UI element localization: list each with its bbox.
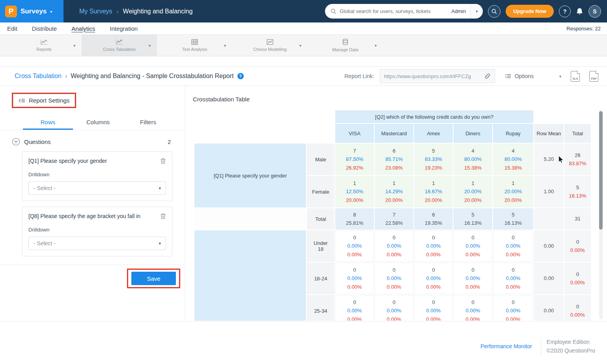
- drilldown-label: Drilldown: [28, 172, 166, 177]
- tab-columns[interactable]: Columns: [73, 115, 123, 130]
- tool-reports[interactable]: Reports ▾: [6, 35, 82, 56]
- export-xls-icon[interactable]: XLS: [571, 71, 580, 82]
- column-header-row-mean: Row Mean: [534, 124, 564, 143]
- column-group-header: [Q2] which of the following credit cards…: [335, 110, 533, 123]
- options-dropdown[interactable]: Options ▾: [505, 73, 561, 79]
- report-link-box: [380, 69, 495, 83]
- tool-manage-data[interactable]: Manage Data ▾: [308, 35, 383, 56]
- chevron-down-icon: ▾: [559, 74, 561, 78]
- reports-chart-icon: [40, 39, 48, 45]
- data-cell: 583.33%19.23%: [414, 144, 453, 175]
- data-cell: 00.00%0.00%: [335, 263, 374, 294]
- table-scrollbar-thumb[interactable]: [599, 111, 603, 230]
- row-label: Total: [307, 208, 334, 230]
- data-cell: 00.00%0.00%: [454, 295, 492, 321]
- row-total-cell: 00.00%: [564, 263, 591, 294]
- add-question-icon[interactable]: [12, 138, 20, 146]
- report-settings-button[interactable]: Report Settings: [13, 94, 75, 107]
- topbar-actions: Admin ▾ Upgrade Now ? S: [325, 4, 607, 19]
- table-scrollbar-track[interactable]: [599, 110, 603, 319]
- chevron-down-icon[interactable]: ▾: [149, 43, 151, 48]
- total-data-cell: 825.81%: [335, 208, 374, 230]
- breadcrumb-separator-icon: ›: [117, 8, 119, 15]
- delete-question-icon[interactable]: [160, 213, 166, 219]
- module-nav: Edit Distribute Analytics Integration Re…: [0, 22, 607, 35]
- data-cell: 480.00%15.38%: [493, 144, 533, 175]
- breadcrumb-my-surveys[interactable]: My Surveys: [79, 8, 112, 15]
- chevron-down-icon: ▾: [159, 241, 161, 246]
- data-cell: 00.00%0.00%: [414, 263, 453, 294]
- product-name: Surveys: [21, 7, 47, 15]
- data-cell: 00.00%0.00%: [335, 230, 374, 262]
- chevron-down-icon[interactable]: ▾: [224, 43, 226, 48]
- tool-choice-modelling[interactable]: Choice Modelling ▾: [232, 35, 308, 56]
- row-label: Female: [307, 176, 334, 207]
- column-header-rupay: Rupay: [493, 124, 533, 143]
- row-total-cell: 2683.87%: [564, 144, 591, 175]
- export-pdf-icon[interactable]: PDF: [589, 71, 598, 82]
- column-header-visa: VISA: [335, 124, 374, 143]
- total-data-cell: 722.58%: [375, 208, 413, 230]
- report-actions: Report Link: Options ▾ XLS PDF: [344, 69, 598, 83]
- settings-tabs: Rows Columns Filters: [0, 115, 185, 130]
- global-search-input[interactable]: [340, 8, 447, 14]
- help-icon[interactable]: ?: [559, 6, 571, 17]
- row-group-label: [194, 230, 306, 321]
- upgrade-now-button[interactable]: Upgrade Now: [506, 5, 554, 18]
- save-button[interactable]: Save: [131, 272, 176, 285]
- help-badge-icon[interactable]: ?: [237, 73, 244, 79]
- nav-integration[interactable]: Integration: [110, 25, 138, 32]
- data-cell: 00.00%0.00%: [375, 263, 413, 294]
- chevron-down-icon[interactable]: ▾: [73, 43, 75, 48]
- delete-question-icon[interactable]: [160, 158, 166, 164]
- search-scope-label[interactable]: Admin: [447, 8, 470, 14]
- row-mean-cell: 0.00: [534, 263, 564, 294]
- global-search: Admin ▾: [325, 4, 483, 19]
- analytics-toolbar: Reports ▾ Cross-Tabulation ▾ Text Analys…: [0, 35, 607, 56]
- tool-text-analysis[interactable]: Text Analysis ▾: [157, 35, 232, 56]
- total-data-cell: 516.13%: [493, 208, 533, 230]
- row-total-cell: 00.00%: [564, 295, 591, 321]
- data-cell: 120.00%20.00%: [454, 176, 492, 207]
- data-cell: 00.00%0.00%: [375, 230, 413, 262]
- breadcrumb-separator-icon: ›: [65, 73, 67, 80]
- data-cell: 00.00%0.00%: [493, 295, 533, 321]
- cross-tabulation-link[interactable]: Cross Tabulation: [15, 73, 62, 80]
- notifications-bell-icon[interactable]: [576, 7, 583, 15]
- grand-total-cell: 31: [564, 208, 591, 230]
- nav-edit[interactable]: Edit: [7, 25, 17, 32]
- link-icon[interactable]: [484, 73, 491, 79]
- tool-cross-tabulation[interactable]: Cross-Tabulation ▾: [82, 35, 157, 56]
- tab-filters[interactable]: Filters: [123, 115, 173, 130]
- report-link-input[interactable]: [384, 73, 482, 79]
- search-submit-button[interactable]: [488, 5, 501, 18]
- tab-rows[interactable]: Rows: [23, 115, 73, 130]
- surveys-product-menu[interactable]: P Surveys ▾: [0, 0, 64, 22]
- row-mean-cell: 1.00: [534, 176, 564, 207]
- cross-tabulation-icon: [116, 39, 123, 45]
- annotation-highlight-save: Save: [127, 269, 180, 288]
- chevron-down-icon[interactable]: ▾: [375, 43, 377, 48]
- data-cell: 00.00%0.00%: [493, 263, 533, 294]
- search-icon: [331, 8, 336, 14]
- nav-distribute[interactable]: Distribute: [32, 25, 57, 32]
- chevron-down-icon: ▾: [50, 9, 52, 14]
- drilldown-select[interactable]: - Select - ▾: [28, 237, 166, 250]
- chevron-down-icon[interactable]: ▾: [299, 43, 301, 48]
- crosstab-table: [Q2] which of the following credit cards…: [194, 110, 592, 321]
- blank-cell: [194, 124, 334, 143]
- performance-monitor-link[interactable]: Performance Monitor: [480, 343, 532, 349]
- drilldown-select-value: - Select -: [34, 240, 56, 246]
- data-cell: 685.71%23.08%: [375, 144, 413, 175]
- drilldown-label: Drilldown: [28, 227, 166, 233]
- responses-count: Responses: 22: [566, 26, 607, 32]
- panel-divider: [0, 265, 185, 265]
- breadcrumb: My Surveys › Weighting and Balancing: [79, 8, 192, 15]
- question-title: [Q1] Please specify your gender: [28, 158, 156, 164]
- user-avatar[interactable]: S: [588, 5, 601, 18]
- search-scope-dropdown[interactable]: ▾: [470, 4, 483, 19]
- drilldown-select[interactable]: - Select - ▾: [28, 181, 166, 195]
- questions-header: Questions 2: [12, 138, 171, 146]
- nav-analytics[interactable]: Analytics: [71, 25, 95, 32]
- data-cell: 787.50%26.92%: [335, 144, 374, 175]
